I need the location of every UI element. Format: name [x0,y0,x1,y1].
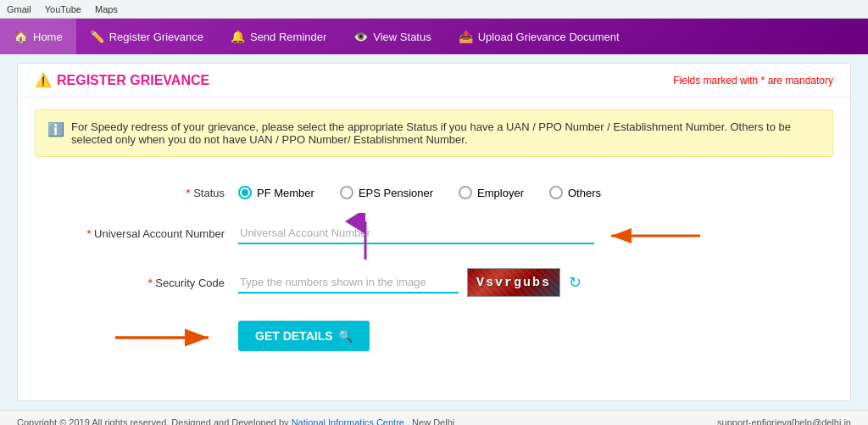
nav-home[interactable]: 🏠 Home [0,19,76,54]
radio-eps-pensioner[interactable]: EPS Pensioner [340,186,433,199]
nav-send-reminder[interactable]: 🔔 Send Reminder [217,19,340,54]
nav-view-status[interactable]: 👁️ View Status [340,19,444,54]
nav-register-grievance[interactable]: ✏️ Register Grievance [76,19,217,54]
mandatory-note: Fields marked with * are mandatory [673,75,833,87]
refresh-captcha-button[interactable]: ↻ [569,273,581,292]
search-icon: 🔍 [338,329,353,343]
eye-icon: 👁️ [353,30,368,43]
nav-upload-document[interactable]: 📤 Upload Grievance Document [445,19,633,54]
pf-member-label: PF Member [257,187,314,199]
nic-link[interactable]: National Informatics Centre [292,417,404,425]
button-container: GET DETAILS 🔍 [238,321,370,351]
browser-tab-maps[interactable]: Maps [95,4,118,14]
status-label: * Status [52,187,238,199]
grievance-icon: ⚠️ [35,72,52,88]
page-title: ⚠️ REGISTER GRIEVANCE [35,72,209,88]
eps-pensioner-label: EPS Pensioner [359,187,433,199]
upload-icon: 📤 [459,30,473,43]
home-icon: 🏠 [14,30,28,43]
get-details-button[interactable]: GET DETAILS 🔍 [238,321,370,351]
radio-circle-others [549,186,563,199]
main-nav: 🏠 Home ✏️ Register Grievance 🔔 Send Remi… [0,19,868,54]
info-icon: ℹ️ [47,121,64,137]
employer-label: Employer [477,187,524,199]
uan-row: * Universal Account Number [52,223,816,244]
form-area: * Status PF Member EPS Pensioner Employe… [18,169,850,400]
uan-label: * Universal Account Number [52,227,238,240]
security-label: * Security Code [52,277,238,289]
radio-circle-pf [238,186,252,199]
browser-bar: Gmail YouTube Maps [0,0,868,19]
radio-circle-employer [459,186,472,199]
footer-left: Copyright © 2019 All rights reserved. De… [17,417,454,425]
browser-tab-gmail[interactable]: Gmail [7,4,31,14]
nav-upload-label: Upload Grievance Document [478,31,620,43]
page-header: ⚠️ REGISTER GRIEVANCE Fields marked with… [18,64,850,98]
radio-employer[interactable]: Employer [459,186,524,199]
uan-input[interactable] [238,223,594,244]
status-radio-group: PF Member EPS Pensioner Employer Others [238,186,601,199]
security-input-group: Vsvrgubs ↻ [238,268,581,297]
button-row: GET DETAILS 🔍 [52,321,816,351]
page-container: Gmail YouTube Maps 🏠 Home ✏️ Register Gr… [0,0,868,425]
browser-tab-youtube[interactable]: YouTube [45,4,81,14]
radio-circle-eps [340,186,353,199]
footer: Copyright © 2019 All rights reserved. De… [0,410,868,425]
captcha-image: Vsvrgubs [467,268,560,297]
edit-icon: ✏️ [90,30,104,43]
radio-others[interactable]: Others [549,186,601,199]
status-row: * Status PF Member EPS Pensioner Employe… [52,186,816,199]
uan-input-container [238,223,594,244]
nav-home-label: Home [33,31,63,43]
nav-register-label: Register Grievance [109,31,203,43]
nav-reminder-label: Send Reminder [250,31,326,43]
uan-arrow-annotation [603,215,704,257]
radio-pf-member[interactable]: PF Member [238,186,314,199]
others-label: Others [568,187,601,199]
info-banner: ℹ️ For Speedy redress of your grievance,… [35,109,833,157]
footer-right: support-epfigrieva[help@delhi.in [717,417,851,425]
bell-icon: 🔔 [231,30,245,43]
security-row: * Security Code Vsvrgubs ↻ [52,268,816,297]
page-wrapper: ⚠️ REGISTER GRIEVANCE Fields marked with… [17,63,851,401]
nav-status-label: View Status [373,31,431,43]
security-code-input[interactable] [238,272,459,294]
button-arrow-annotation [111,321,213,355]
